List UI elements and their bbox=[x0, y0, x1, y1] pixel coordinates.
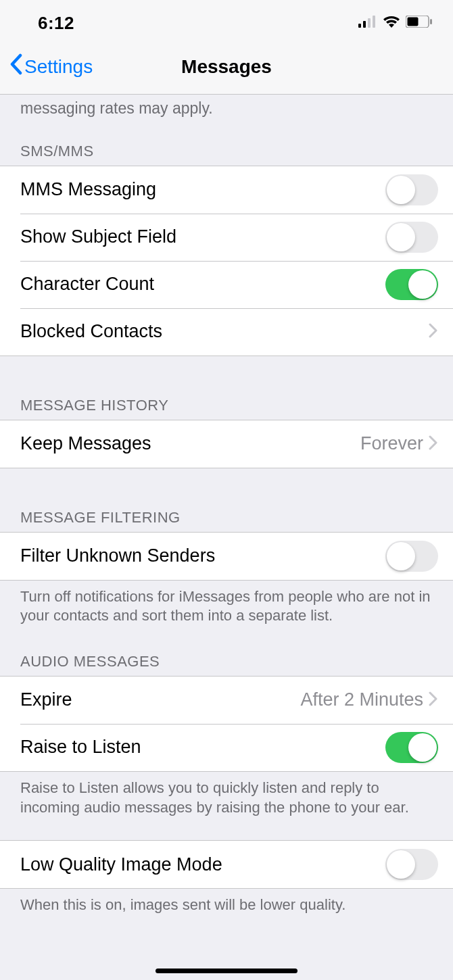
toggle-mms-messaging[interactable] bbox=[385, 174, 438, 205]
toggle-character-count[interactable] bbox=[385, 269, 438, 300]
section-header-history: MESSAGE HISTORY bbox=[0, 356, 453, 420]
row-filter-unknown-senders[interactable]: Filter Unknown Senders bbox=[0, 533, 453, 580]
group-audio: Expire After 2 Minutes Raise to Listen bbox=[0, 676, 453, 772]
chevron-right-icon bbox=[429, 691, 438, 709]
svg-rect-0 bbox=[358, 24, 361, 28]
toggle-filter-unknown-senders[interactable] bbox=[385, 541, 438, 572]
group-smsmms: MMS Messaging Show Subject Field Charact… bbox=[0, 166, 453, 356]
row-label: Raise to Listen bbox=[20, 737, 385, 758]
row-value: Forever bbox=[360, 433, 423, 454]
toggle-show-subject-field[interactable] bbox=[385, 222, 438, 253]
status-bar: 6:12 bbox=[0, 0, 453, 39]
page-title: Messages bbox=[181, 56, 272, 78]
chevron-right-icon bbox=[429, 323, 438, 341]
group-filtering: Filter Unknown Senders bbox=[0, 532, 453, 581]
cellular-icon bbox=[358, 16, 377, 30]
back-label: Settings bbox=[24, 56, 93, 78]
row-blocked-contacts[interactable]: Blocked Contacts bbox=[0, 308, 453, 356]
row-mms-messaging[interactable]: MMS Messaging bbox=[0, 166, 453, 214]
battery-icon bbox=[406, 16, 433, 30]
content: messaging rates may apply. SMS/MMS MMS M… bbox=[0, 95, 453, 915]
home-indicator[interactable] bbox=[156, 969, 297, 973]
row-low-quality-image-mode[interactable]: Low Quality Image Mode bbox=[0, 841, 453, 888]
nav-bar: Settings Messages bbox=[0, 39, 453, 95]
group-lowquality: Low Quality Image Mode bbox=[0, 840, 453, 889]
row-label: Show Subject Field bbox=[20, 226, 385, 247]
previous-section-footer: messaging rates may apply. bbox=[0, 95, 453, 118]
row-label: Filter Unknown Senders bbox=[20, 545, 385, 566]
toggle-raise-to-listen[interactable] bbox=[385, 732, 438, 763]
row-label: Keep Messages bbox=[20, 433, 360, 454]
svg-rect-3 bbox=[373, 16, 375, 28]
status-time: 6:12 bbox=[20, 13, 74, 34]
row-label: MMS Messaging bbox=[20, 179, 385, 200]
row-label: Character Count bbox=[20, 274, 385, 295]
section-footer-audio: Raise to Listen allows you to quickly li… bbox=[0, 772, 453, 817]
svg-rect-6 bbox=[430, 19, 432, 24]
svg-rect-2 bbox=[368, 18, 371, 28]
row-value: After 2 Minutes bbox=[300, 689, 423, 710]
section-header-filtering: MESSAGE FILTERING bbox=[0, 468, 453, 532]
row-raise-to-listen[interactable]: Raise to Listen bbox=[0, 724, 453, 771]
toggle-low-quality-image-mode[interactable] bbox=[385, 849, 438, 880]
row-keep-messages[interactable]: Keep Messages Forever bbox=[0, 420, 453, 468]
status-icons bbox=[358, 15, 433, 31]
svg-rect-5 bbox=[408, 18, 419, 26]
svg-rect-1 bbox=[363, 21, 366, 28]
wifi-icon bbox=[383, 15, 400, 31]
section-footer-lowquality: When this is on, images sent will be low… bbox=[0, 889, 453, 915]
section-header-audio: AUDIO MESSAGES bbox=[0, 626, 453, 676]
section-footer-filtering: Turn off notifications for iMessages fro… bbox=[0, 581, 453, 626]
group-history: Keep Messages Forever bbox=[0, 420, 453, 468]
row-label: Blocked Contacts bbox=[20, 321, 429, 342]
section-header-smsmms: SMS/MMS bbox=[0, 118, 453, 166]
row-label: Low Quality Image Mode bbox=[20, 854, 385, 875]
back-button[interactable]: Settings bbox=[0, 53, 93, 80]
row-label: Expire bbox=[20, 689, 300, 710]
chevron-right-icon bbox=[429, 435, 438, 453]
row-expire[interactable]: Expire After 2 Minutes bbox=[0, 677, 453, 724]
row-show-subject-field[interactable]: Show Subject Field bbox=[0, 214, 453, 261]
row-character-count[interactable]: Character Count bbox=[0, 261, 453, 308]
chevron-left-icon bbox=[9, 53, 23, 80]
